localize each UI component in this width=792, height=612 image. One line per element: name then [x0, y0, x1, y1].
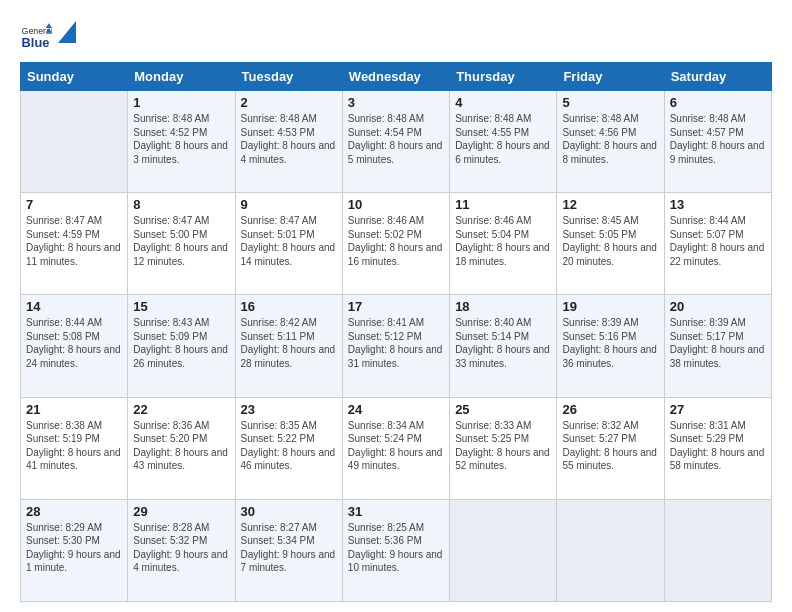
- day-number: 8: [133, 197, 229, 212]
- day-number: 28: [26, 504, 122, 519]
- day-number: 25: [455, 402, 551, 417]
- calendar-cell: 25Sunrise: 8:33 AMSunset: 5:25 PMDayligh…: [450, 397, 557, 499]
- day-number: 5: [562, 95, 658, 110]
- svg-marker-2: [46, 23, 52, 28]
- day-number: 30: [241, 504, 337, 519]
- calendar-cell: 6Sunrise: 8:48 AMSunset: 4:57 PMDaylight…: [664, 91, 771, 193]
- calendar-week-row: 21Sunrise: 8:38 AMSunset: 5:19 PMDayligh…: [21, 397, 772, 499]
- cell-info: Sunrise: 8:27 AMSunset: 5:34 PMDaylight:…: [241, 521, 337, 575]
- cell-info: Sunrise: 8:41 AMSunset: 5:12 PMDaylight:…: [348, 316, 444, 370]
- cell-info: Sunrise: 8:32 AMSunset: 5:27 PMDaylight:…: [562, 419, 658, 473]
- cell-info: Sunrise: 8:42 AMSunset: 5:11 PMDaylight:…: [241, 316, 337, 370]
- day-number: 29: [133, 504, 229, 519]
- calendar-week-row: 1Sunrise: 8:48 AMSunset: 4:52 PMDaylight…: [21, 91, 772, 193]
- calendar-week-row: 14Sunrise: 8:44 AMSunset: 5:08 PMDayligh…: [21, 295, 772, 397]
- calendar-page: General Blue SundayMondayTuesdayWednesda…: [0, 0, 792, 612]
- calendar-cell: 24Sunrise: 8:34 AMSunset: 5:24 PMDayligh…: [342, 397, 449, 499]
- day-number: 15: [133, 299, 229, 314]
- day-header-monday: Monday: [128, 63, 235, 91]
- svg-text:Blue: Blue: [22, 35, 50, 50]
- day-number: 17: [348, 299, 444, 314]
- cell-info: Sunrise: 8:47 AMSunset: 5:00 PMDaylight:…: [133, 214, 229, 268]
- cell-info: Sunrise: 8:39 AMSunset: 5:16 PMDaylight:…: [562, 316, 658, 370]
- day-number: 11: [455, 197, 551, 212]
- logo: General Blue: [20, 20, 76, 52]
- day-header-tuesday: Tuesday: [235, 63, 342, 91]
- day-number: 13: [670, 197, 766, 212]
- header: General Blue: [20, 16, 772, 52]
- day-number: 21: [26, 402, 122, 417]
- calendar-cell: 29Sunrise: 8:28 AMSunset: 5:32 PMDayligh…: [128, 499, 235, 601]
- day-number: 10: [348, 197, 444, 212]
- calendar-cell: 12Sunrise: 8:45 AMSunset: 5:05 PMDayligh…: [557, 193, 664, 295]
- day-header-saturday: Saturday: [664, 63, 771, 91]
- calendar-cell: 1Sunrise: 8:48 AMSunset: 4:52 PMDaylight…: [128, 91, 235, 193]
- day-header-sunday: Sunday: [21, 63, 128, 91]
- day-number: 12: [562, 197, 658, 212]
- cell-info: Sunrise: 8:48 AMSunset: 4:54 PMDaylight:…: [348, 112, 444, 166]
- calendar-cell: 28Sunrise: 8:29 AMSunset: 5:30 PMDayligh…: [21, 499, 128, 601]
- calendar-cell: 15Sunrise: 8:43 AMSunset: 5:09 PMDayligh…: [128, 295, 235, 397]
- calendar-cell: 14Sunrise: 8:44 AMSunset: 5:08 PMDayligh…: [21, 295, 128, 397]
- day-number: 18: [455, 299, 551, 314]
- calendar-cell: 31Sunrise: 8:25 AMSunset: 5:36 PMDayligh…: [342, 499, 449, 601]
- cell-info: Sunrise: 8:48 AMSunset: 4:55 PMDaylight:…: [455, 112, 551, 166]
- cell-info: Sunrise: 8:33 AMSunset: 5:25 PMDaylight:…: [455, 419, 551, 473]
- calendar-cell: 11Sunrise: 8:46 AMSunset: 5:04 PMDayligh…: [450, 193, 557, 295]
- day-number: 24: [348, 402, 444, 417]
- day-header-wednesday: Wednesday: [342, 63, 449, 91]
- calendar-table: SundayMondayTuesdayWednesdayThursdayFrid…: [20, 62, 772, 602]
- day-number: 9: [241, 197, 337, 212]
- calendar-cell: 16Sunrise: 8:42 AMSunset: 5:11 PMDayligh…: [235, 295, 342, 397]
- day-number: 6: [670, 95, 766, 110]
- calendar-header-row: SundayMondayTuesdayWednesdayThursdayFrid…: [21, 63, 772, 91]
- calendar-cell: 23Sunrise: 8:35 AMSunset: 5:22 PMDayligh…: [235, 397, 342, 499]
- day-header-thursday: Thursday: [450, 63, 557, 91]
- calendar-cell: 27Sunrise: 8:31 AMSunset: 5:29 PMDayligh…: [664, 397, 771, 499]
- calendar-week-row: 7Sunrise: 8:47 AMSunset: 4:59 PMDaylight…: [21, 193, 772, 295]
- cell-info: Sunrise: 8:45 AMSunset: 5:05 PMDaylight:…: [562, 214, 658, 268]
- calendar-cell: [450, 499, 557, 601]
- calendar-cell: 26Sunrise: 8:32 AMSunset: 5:27 PMDayligh…: [557, 397, 664, 499]
- cell-info: Sunrise: 8:48 AMSunset: 4:53 PMDaylight:…: [241, 112, 337, 166]
- day-number: 31: [348, 504, 444, 519]
- cell-info: Sunrise: 8:40 AMSunset: 5:14 PMDaylight:…: [455, 316, 551, 370]
- calendar-cell: 13Sunrise: 8:44 AMSunset: 5:07 PMDayligh…: [664, 193, 771, 295]
- cell-info: Sunrise: 8:47 AMSunset: 5:01 PMDaylight:…: [241, 214, 337, 268]
- day-header-friday: Friday: [557, 63, 664, 91]
- cell-info: Sunrise: 8:44 AMSunset: 5:08 PMDaylight:…: [26, 316, 122, 370]
- calendar-cell: 21Sunrise: 8:38 AMSunset: 5:19 PMDayligh…: [21, 397, 128, 499]
- calendar-cell: 22Sunrise: 8:36 AMSunset: 5:20 PMDayligh…: [128, 397, 235, 499]
- calendar-cell: [21, 91, 128, 193]
- calendar-cell: 5Sunrise: 8:48 AMSunset: 4:56 PMDaylight…: [557, 91, 664, 193]
- cell-info: Sunrise: 8:28 AMSunset: 5:32 PMDaylight:…: [133, 521, 229, 575]
- cell-info: Sunrise: 8:36 AMSunset: 5:20 PMDaylight:…: [133, 419, 229, 473]
- cell-info: Sunrise: 8:34 AMSunset: 5:24 PMDaylight:…: [348, 419, 444, 473]
- day-number: 26: [562, 402, 658, 417]
- calendar-cell: 2Sunrise: 8:48 AMSunset: 4:53 PMDaylight…: [235, 91, 342, 193]
- calendar-cell: 4Sunrise: 8:48 AMSunset: 4:55 PMDaylight…: [450, 91, 557, 193]
- day-number: 3: [348, 95, 444, 110]
- calendar-cell: 17Sunrise: 8:41 AMSunset: 5:12 PMDayligh…: [342, 295, 449, 397]
- cell-info: Sunrise: 8:48 AMSunset: 4:57 PMDaylight:…: [670, 112, 766, 166]
- calendar-cell: [664, 499, 771, 601]
- cell-info: Sunrise: 8:44 AMSunset: 5:07 PMDaylight:…: [670, 214, 766, 268]
- calendar-cell: 7Sunrise: 8:47 AMSunset: 4:59 PMDaylight…: [21, 193, 128, 295]
- cell-info: Sunrise: 8:31 AMSunset: 5:29 PMDaylight:…: [670, 419, 766, 473]
- cell-info: Sunrise: 8:35 AMSunset: 5:22 PMDaylight:…: [241, 419, 337, 473]
- cell-info: Sunrise: 8:25 AMSunset: 5:36 PMDaylight:…: [348, 521, 444, 575]
- calendar-cell: 8Sunrise: 8:47 AMSunset: 5:00 PMDaylight…: [128, 193, 235, 295]
- calendar-week-row: 28Sunrise: 8:29 AMSunset: 5:30 PMDayligh…: [21, 499, 772, 601]
- day-number: 23: [241, 402, 337, 417]
- calendar-cell: 30Sunrise: 8:27 AMSunset: 5:34 PMDayligh…: [235, 499, 342, 601]
- cell-info: Sunrise: 8:46 AMSunset: 5:02 PMDaylight:…: [348, 214, 444, 268]
- day-number: 22: [133, 402, 229, 417]
- calendar-cell: [557, 499, 664, 601]
- calendar-cell: 3Sunrise: 8:48 AMSunset: 4:54 PMDaylight…: [342, 91, 449, 193]
- calendar-cell: 18Sunrise: 8:40 AMSunset: 5:14 PMDayligh…: [450, 295, 557, 397]
- day-number: 2: [241, 95, 337, 110]
- day-number: 14: [26, 299, 122, 314]
- calendar-cell: 10Sunrise: 8:46 AMSunset: 5:02 PMDayligh…: [342, 193, 449, 295]
- cell-info: Sunrise: 8:43 AMSunset: 5:09 PMDaylight:…: [133, 316, 229, 370]
- day-number: 27: [670, 402, 766, 417]
